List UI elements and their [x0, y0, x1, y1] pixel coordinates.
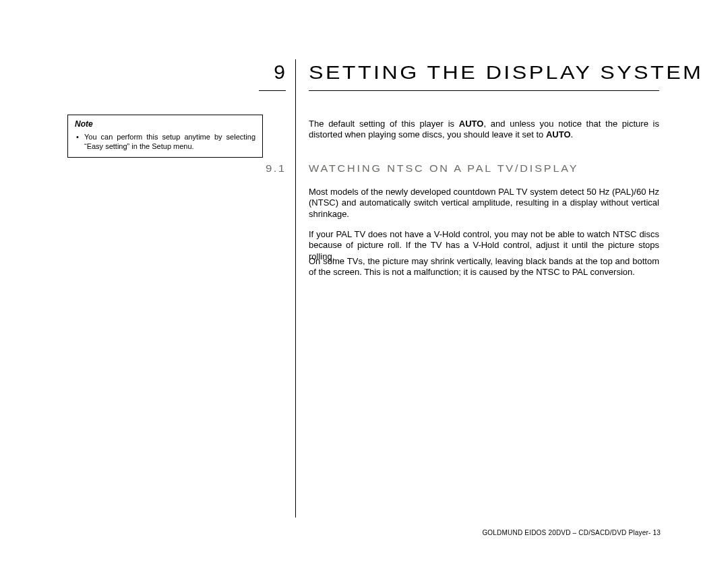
chapter-number: 9: [266, 61, 286, 84]
vertical-rule: [295, 59, 296, 518]
subsection-title: WATCHING NTSC ON A PAL TV/DISPLAY: [309, 163, 543, 174]
bullet-icon: •: [76, 133, 79, 142]
intro-paragraph: The default setting of this player is AU…: [309, 119, 659, 141]
intro-post: .: [571, 129, 574, 139]
subsection-number: 9.1: [266, 163, 286, 174]
chapter-underline-left: [259, 90, 286, 91]
chapter-title-text: SETTING THE DISPLAY SYSTEM: [309, 62, 703, 84]
chapter-number-text: 9: [274, 61, 286, 83]
chapter-underline-right: [309, 90, 659, 91]
note-body: • You can perform this setup anytime by …: [75, 133, 255, 152]
note-box: Note • You can perform this setup anytim…: [67, 115, 263, 158]
intro-pre: The default setting of this player is: [309, 119, 459, 129]
paragraph-2: Most models of the newly developed count…: [309, 187, 659, 220]
chapter-title: SETTING THE DISPLAY SYSTEM: [309, 62, 652, 84]
note-text: You can perform this setup anytime by se…: [84, 133, 255, 150]
paragraph-4: On some TVs, the picture may shrink vert…: [309, 256, 659, 278]
intro-bold1: AUTO: [459, 119, 484, 129]
manual-page: 9 SETTING THE DISPLAY SYSTEM Note • You …: [0, 0, 728, 562]
intro-bold2: AUTO: [546, 129, 571, 139]
subsection-title-text: WATCHING NTSC ON A PAL TV/DISPLAY: [309, 163, 578, 174]
note-heading: Note: [75, 119, 255, 129]
page-footer: GOLDMUND EIDOS 20DVD – CD/SACD/DVD Playe…: [482, 529, 661, 536]
subsection-number-text: 9.1: [265, 163, 286, 174]
